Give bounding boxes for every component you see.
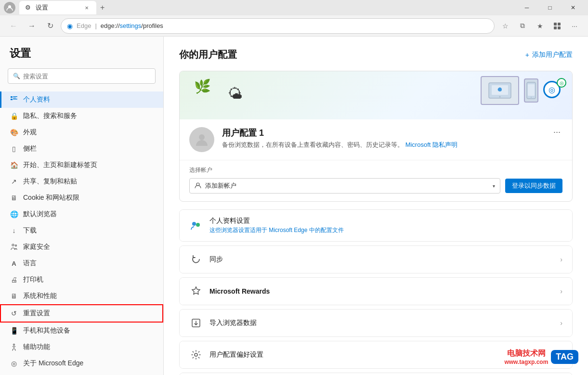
add-profile-button[interactable]: + 添加用户配置 [525,51,573,59]
sidebar: 设置 🔍 个人资料 🔒 隐私、搜索和服务 🎨 外观 ▯ 侧栏 🏠 开始、主页和新… [0,37,164,375]
profile-banner: 🌿 🌤 [180,71,572,119]
profile-settings-subtitle: 这些浏览器设置适用于 Microsoft Edge 中的配置文件 [209,226,344,234]
collections-button[interactable]: ★ [532,18,548,34]
sidebar-item-about[interactable]: ◎ 关于 Microsoft Edge [0,355,163,372]
profile-name: 用户配置 1 [222,127,562,139]
sync-row[interactable]: 同步 › [180,246,572,273]
edge-icon: ◎ [10,359,18,368]
sidebar-item-share[interactable]: ↗ 共享、复制和粘贴 [0,173,163,190]
split-screen-button[interactable]: ⧉ [515,18,530,34]
close-button[interactable]: ✕ [562,0,584,15]
sidebar-item-cookies-label: Cookie 和网站权限 [23,194,79,202]
sync-arrow: › [560,256,562,263]
minimize-button[interactable]: ─ [516,0,538,15]
sidebar-item-language[interactable]: A 语言 [0,255,163,272]
profile-description: 备份浏览数据，在所有设备上查看收藏内容、密码、历史记录等。 Microsoft … [222,141,562,149]
back-button[interactable]: ← [6,18,21,34]
preferences-title: 用户配置偏好设置 [209,350,263,359]
tab-settings-icon: ⚙ [25,4,33,12]
navbar: ← → ↻ ◉ Edge | edge://settings/profiles … [0,15,588,37]
maximize-button[interactable]: □ [539,0,561,15]
profile-settings-row[interactable]: 个人资料设置 这些浏览器设置适用于 Microsoft Edge 中的配置文件 [180,210,572,241]
svg-point-19 [199,134,205,140]
home-icon: 🏠 [10,161,18,169]
account-icon [195,182,201,190]
download-icon: ↓ [10,226,18,235]
sidebar-item-appearance-label: 外观 [23,128,37,137]
sync-section: 同步 › [179,246,573,273]
profile-settings-section: 个人资料设置 这些浏览器设置适用于 Microsoft Edge 中的配置文件 [179,209,573,242]
printer-icon: 🖨 [10,275,18,284]
profile-settings-text: 个人资料设置 这些浏览器设置适用于 Microsoft Edge 中的配置文件 [209,217,344,234]
sidebar-item-cookies[interactable]: 🖥 Cookie 和网站权限 [0,190,163,206]
address-protocol: edge:// [101,22,120,29]
sidebar-item-system-label: 系统和性能 [23,292,57,300]
new-tab-button[interactable]: + [96,1,108,14]
edge-logo-icon: ◉ [67,22,73,30]
browser-menu-button[interactable]: ··· [567,18,582,34]
default-browser-icon: 🌐 [10,210,18,219]
account-row: 添加新帐户 ▾ 登录以同步数据 [189,178,562,194]
address-bar[interactable]: ◉ Edge | edge://settings/profiles [61,18,495,34]
sidebar-item-print[interactable]: 🖨 打印机 [0,272,163,288]
refresh-button[interactable]: ↻ [42,18,58,34]
sidebar-item-family[interactable]: 家庭安全 [0,239,163,255]
sidebar-item-accessibility-label: 辅助功能 [23,343,50,351]
sidebar-item-mobile[interactable]: 📱 手机和其他设备 [0,323,163,339]
svg-rect-5 [11,96,13,98]
sidebar-item-browser[interactable]: 🌐 默认浏览器 [0,206,163,222]
sidebar-item-system[interactable]: 🖥 系统和性能 [0,288,163,304]
user-avatar[interactable] [4,2,15,13]
import-row[interactable]: 导入浏览器数据 › [180,310,572,336]
sidebar-icon: ▯ [10,144,18,153]
favorites-button[interactable]: ☆ [497,18,513,34]
import-icon [189,316,203,330]
svg-rect-6 [13,96,17,97]
account-label: 选择帐户 [189,166,562,174]
sidebar-item-appearance[interactable]: 🎨 外观 [0,124,163,141]
active-tab[interactable]: ⚙ 设置 ✕ [19,1,96,14]
extensions-button[interactable] [549,18,565,34]
leaf-decoration: 🌿 [194,78,211,94]
sidebar-item-downloads-label: 下载 [23,226,37,235]
sidebar-item-language-label: 语言 [23,259,37,268]
sidebar-item-downloads[interactable]: ↓ 下载 [0,222,163,239]
sidebar-item-profile[interactable]: 个人资料 [0,91,163,108]
tab-close-button[interactable]: ✕ [83,4,91,12]
search-input[interactable] [23,73,150,80]
content-area: 你的用户配置 + 添加用户配置 🌿 🌤 [164,37,588,375]
sidebar-item-about-label: 关于 Microsoft Edge [23,359,83,368]
svg-point-15 [499,96,501,98]
sync-button[interactable]: 登录以同步数据 [505,179,562,193]
rewards-row[interactable]: Microsoft Rewards › [180,278,572,305]
sidebar-item-privacy[interactable]: 🔒 隐私、搜索和服务 [0,108,163,124]
profile-info: 用户配置 1 备份浏览数据，在所有设备上查看收藏内容、密码、历史记录等。 Mic… [180,119,572,160]
search-box[interactable]: 🔍 [8,68,156,84]
address-slug: /profiles [141,22,163,29]
privacy-link[interactable]: Microsoft 隐私声明 [405,141,457,148]
sidebar-item-accessibility[interactable]: 辅助功能 [0,339,163,355]
sidebar-item-reset[interactable]: ↺ 重置设置 [0,304,163,323]
sync-icon [189,253,203,266]
account-dropdown[interactable]: 添加新帐户 ▾ [189,178,500,194]
windows-share-row[interactable]: 与其他 Windows 功能共享浏览数据 [180,373,572,375]
tablet-icon [481,76,519,105]
add-profile-label: 添加用户配置 [532,51,573,59]
sidebar-item-newtab[interactable]: 🏠 开始、主页和新建标签页 [0,157,163,173]
main-layout: 设置 🔍 个人资料 🔒 隐私、搜索和服务 🎨 外观 ▯ 侧栏 🏠 开始、主页和新… [0,37,588,375]
sidebar-item-sidebar[interactable]: ▯ 侧栏 [0,141,163,157]
search-icon: 🔍 [13,73,20,79]
svg-point-21 [192,222,196,226]
svg-rect-4 [558,26,561,29]
address-pipe: | [95,22,96,29]
forward-button[interactable]: → [24,18,39,34]
profile-more-button[interactable]: ··· [549,125,564,139]
language-icon: A [10,259,18,268]
banner-illustration: ◎ ◎ [481,76,562,105]
svg-point-10 [12,244,14,246]
sidebar-item-privacy-label: 隐私、搜索和服务 [23,112,77,120]
svg-rect-3 [554,26,557,29]
svg-rect-17 [528,84,535,96]
svg-point-12 [13,344,15,346]
windows-share-section: 与其他 Windows 功能共享浏览数据 [179,373,573,375]
